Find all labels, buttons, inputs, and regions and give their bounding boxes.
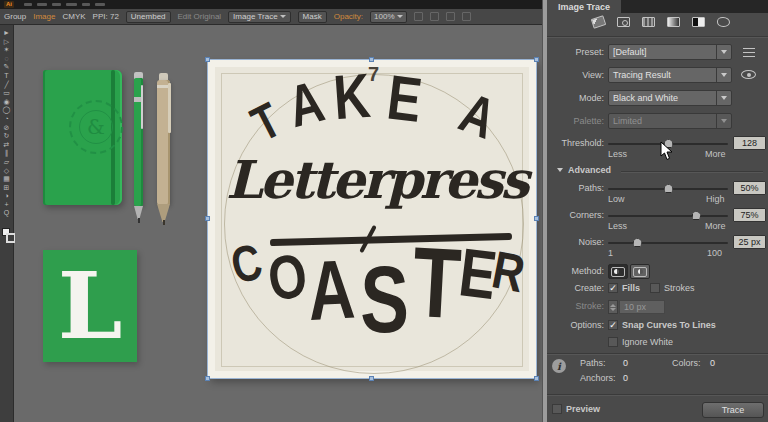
pencil-lead [138,218,140,223]
selection-handle[interactable] [534,216,539,221]
grayscale-icon[interactable] [667,17,682,29]
image-link[interactable]: Image [33,12,55,21]
method-overlapping-button[interactable] [630,264,650,279]
corners-slider[interactable] [608,215,728,217]
snap-curves-checkbox[interactable]: ✓ [608,320,618,330]
lasso-tool-icon[interactable]: ◌ [4,55,8,64]
selection-handle[interactable] [534,57,539,62]
fills-checkbox[interactable]: ✓ [608,283,618,293]
letter-l-logo-artwork[interactable]: L [43,250,137,362]
preview-checkbox[interactable] [552,404,562,414]
scale-tool-icon[interactable]: ⇄ [4,141,10,150]
noise-value[interactable]: 25 px [733,235,766,249]
selection-handle[interactable] [205,216,210,221]
advanced-section-toggle[interactable]: Advanced [568,165,611,175]
pen-clip [168,83,171,133]
rotate-tool-icon[interactable]: ↻ [4,132,10,141]
width-tool-icon[interactable]: ∥ [5,149,9,158]
align-icon[interactable] [430,12,439,21]
eye-icon[interactable] [741,70,756,79]
rectangle-tool-icon[interactable]: ▭ [3,89,10,98]
view-select[interactable]: Tracing Result [608,67,732,83]
divider [547,36,768,37]
paths-value[interactable]: 50% [733,181,766,195]
canvas-pasteboard[interactable]: & L 7 T A K E A [15,25,542,422]
selection-handle[interactable] [205,57,210,62]
paths-slider-thumb[interactable] [664,184,673,193]
transform-icon[interactable] [446,12,455,21]
divider [547,353,768,354]
strokes-checkbox[interactable] [650,283,660,293]
menu-item[interactable] [95,3,105,6]
placed-image[interactable]: 7 T A K E A Letterpress C O A S T E R [208,60,536,378]
notebook-emblem: & [69,100,123,154]
zoom-tool-icon[interactable]: Q [4,209,9,218]
opacity-value[interactable]: 100% [370,11,406,23]
tab-image-trace[interactable]: Image Trace [547,0,621,13]
lettering-coaster-letter: A [306,247,357,333]
corners-min-label: Less [608,221,627,231]
eyedropper-tool-icon[interactable]: ◑ [4,192,8,201]
high-color-icon[interactable] [617,17,632,29]
pencil-clip [141,85,143,129]
advanced-disclosure-icon[interactable] [557,168,563,172]
style-icon[interactable] [414,12,423,21]
method-abutting-button[interactable] [608,264,628,279]
blend-tool-icon[interactable]: + [4,201,8,210]
ppi-label: PPI: 72 [93,12,119,21]
opacity-link[interactable]: Opacity: [334,12,363,21]
pen-nib [163,220,165,225]
blob-brush-tool-icon[interactable]: ◔ [4,115,8,124]
menu-item[interactable] [52,3,61,6]
options-label: Options: [547,320,604,331]
menu-item[interactable] [82,3,90,6]
noise-min-label: 1 [608,248,613,258]
direct-selection-tool-icon[interactable]: ▷ [4,38,9,47]
mode-select[interactable]: Black and White [608,90,732,106]
shape-builder-tool-icon[interactable]: ◇ [4,167,9,176]
menu-item[interactable] [66,3,77,6]
preset-select[interactable]: [Default] [608,44,732,60]
magic-wand-tool-icon[interactable]: ✶ [4,46,10,55]
pencil-tool-icon[interactable]: ◯ [3,106,11,115]
preset-menu-icon[interactable] [743,48,755,57]
line-tool-icon[interactable]: ╱ [4,81,8,90]
type-tool-icon[interactable]: T [4,72,8,81]
threshold-value[interactable]: 128 [733,136,766,150]
auto-color-icon[interactable] [592,17,607,29]
divider [621,171,763,172]
ignore-white-checkbox[interactable] [608,337,618,347]
unembed-button[interactable]: Unembed [126,11,171,23]
corners-slider-thumb[interactable] [692,211,701,220]
create-label: Create: [547,283,604,294]
emblem-ampersand: & [79,110,113,144]
trace-button[interactable]: Trace [702,402,764,418]
selection-handle[interactable] [369,376,374,381]
isolate-icon[interactable] [462,12,471,21]
pencil-mark: 7 [368,64,379,84]
noise-slider-thumb[interactable] [633,238,642,247]
paths-slider[interactable] [608,188,728,190]
pen-tool-icon[interactable]: ✎ [4,63,10,72]
outline-icon[interactable] [717,17,732,29]
mesh-tool-icon[interactable]: ▦ [3,175,10,184]
low-color-icon[interactable] [642,17,657,29]
menu-item[interactable] [24,3,32,6]
mask-button[interactable]: Mask [298,11,327,23]
corners-value[interactable]: 75% [733,208,766,222]
selection-handle[interactable] [534,376,539,381]
selection-handle[interactable] [369,57,374,62]
selection-handle[interactable] [205,376,210,381]
image-trace-dropdown[interactable]: Image Trace [228,11,290,23]
noise-label: Noise: [547,235,604,249]
black-and-white-icon[interactable] [692,17,707,29]
noise-slider[interactable] [608,242,728,244]
free-transform-tool-icon[interactable]: ▱ [4,158,9,167]
lettering-coaster-letter: T [410,232,463,334]
menu-item[interactable] [37,3,47,6]
eraser-tool-icon[interactable]: ⊘ [4,124,10,133]
snap-curves-label: Snap Curves To Lines [622,320,716,331]
gradient-tool-icon[interactable]: ⊞ [4,184,10,193]
selection-tool-icon[interactable]: ► [3,29,10,38]
paintbrush-tool-icon[interactable]: ◉ [3,98,9,107]
